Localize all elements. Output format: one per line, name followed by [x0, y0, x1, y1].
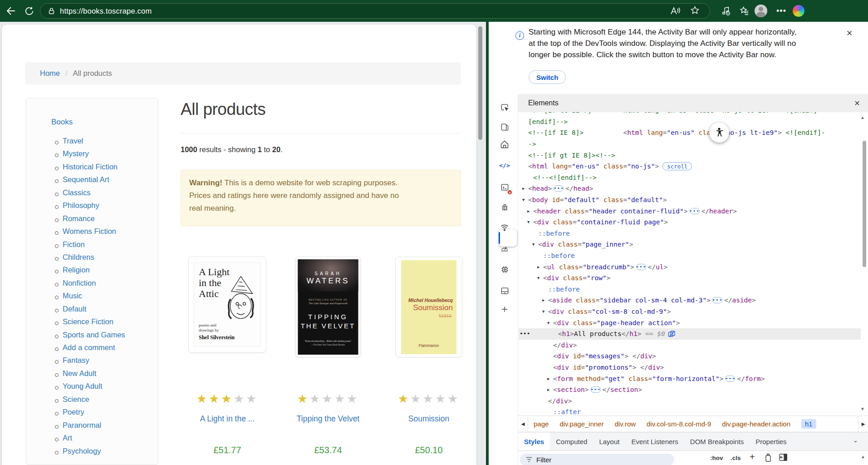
accessibility-person-icon[interactable]: [709, 123, 729, 143]
crumbs-scroll-right-icon[interactable]: ▶: [858, 416, 868, 432]
dom-crumb-div-row[interactable]: div.row: [615, 420, 636, 428]
product-title-link[interactable]: Tipping the Velvet: [297, 414, 359, 423]
category-link-sequential-art[interactable]: Sequential Art: [63, 175, 109, 183]
page-scrollbar-thumb[interactable]: [478, 26, 482, 140]
dom-crumb-div-page-header-action[interactable]: div.page-header.action: [722, 420, 790, 428]
notification-close-icon[interactable]: ✕: [843, 27, 855, 39]
console-tool-icon[interactable]: ✕: [499, 181, 510, 193]
product-image-3[interactable]: Michel Houellebecq Soumission ROMAN Flam…: [395, 257, 462, 357]
expand-arrow-icon[interactable]: ▶: [527, 209, 533, 213]
category-link-nonfiction[interactable]: Nonfiction: [63, 279, 96, 287]
inspect-element-icon[interactable]: [499, 101, 510, 113]
new-style-rule-button[interactable]: +: [750, 452, 755, 462]
tab-layout[interactable]: Layout: [593, 432, 625, 450]
category-link-sports-and-games[interactable]: Sports and Games: [63, 331, 125, 339]
category-link-travel[interactable]: Travel: [63, 137, 83, 145]
tree-scrollbar-up-icon[interactable]: ▲: [860, 115, 865, 120]
expand-arrow-icon[interactable]: ▶: [542, 298, 548, 302]
product-image-1[interactable]: A Lightin theAttic poems anddrawings by …: [188, 257, 266, 353]
category-link-womens-fiction[interactable]: Womens Fiction: [63, 227, 116, 235]
expand-arrow-icon[interactable]: ▼: [532, 242, 538, 247]
dom-tree-row[interactable]: ::before: [519, 284, 861, 295]
dom-tree-row[interactable]: <!--[if gt IE 8]><!-->: [519, 149, 861, 161]
elements-tool-icon[interactable]: </>: [499, 159, 510, 171]
dom-tree-row[interactable]: </div>: [519, 396, 861, 407]
settings-more-icon[interactable]: •••: [774, 4, 789, 18]
dom-tree-row[interactable]: ▼<div class="page-header action">: [519, 317, 861, 328]
tab-event-listeners[interactable]: Event Listeners: [625, 432, 684, 450]
back-icon[interactable]: [4, 4, 18, 18]
styles-filter-input[interactable]: Filter: [520, 454, 674, 465]
dom-crumb-page[interactable]: page: [534, 420, 549, 428]
media-controls-icon[interactable]: [719, 4, 733, 18]
product-title-link[interactable]: A Light in the ...: [200, 414, 255, 423]
dom-crumb-div-col-sm-8-col-md-9[interactable]: div.col-sm-8.col-md-9: [647, 420, 711, 428]
dom-tree-row[interactable]: [endif]-->: [519, 116, 861, 128]
memory-chip-icon[interactable]: [499, 263, 510, 275]
dom-crumb-div-page-inner[interactable]: div.page_inner: [559, 420, 603, 428]
dom-tree-row[interactable]: ▶<aside class="sidebar col-sm-4 col-md-3…: [519, 295, 861, 306]
category-link-fantasy[interactable]: Fantasy: [63, 356, 89, 364]
collapsed-content-icon[interactable]: •••: [591, 386, 601, 393]
dom-tree-row[interactable]: <!--[if IE 8]> <html lang="en-us" class=…: [519, 127, 861, 139]
dom-tree-row[interactable]: ▶<ul class="breadcrumb">•••</ul>: [519, 261, 861, 272]
dom-tree-row[interactable]: ::before: [519, 250, 861, 262]
category-link-childrens[interactable]: Childrens: [63, 253, 94, 261]
dom-tree-row[interactable]: <html lang="en-us" class="no-js">scroll: [519, 161, 861, 172]
sidebar-books-link[interactable]: Books: [51, 118, 73, 127]
expand-arrow-icon[interactable]: ▼: [527, 220, 533, 224]
tab-properties[interactable]: Properties: [750, 432, 792, 450]
read-aloud-icon[interactable]: [670, 6, 681, 16]
category-link-add-a-comment[interactable]: Add a comment: [63, 343, 115, 351]
tree-scrollbar-down-icon[interactable]: ▼: [860, 406, 865, 411]
category-link-religion[interactable]: Religion: [63, 266, 90, 274]
collapsed-content-icon[interactable]: •••: [725, 376, 735, 382]
expand-arrow-icon[interactable]: ▼: [547, 321, 553, 325]
dom-tree-row[interactable]: ::before: [519, 228, 861, 239]
expand-arrow-icon[interactable]: ▼: [522, 198, 528, 202]
application-storage-icon[interactable]: [499, 285, 510, 297]
rendering-jar-icon[interactable]: [765, 454, 772, 464]
category-link-historical-fiction[interactable]: Historical Fiction: [63, 163, 118, 171]
dom-tree-row[interactable]: <div id="promotions"> </div>: [519, 362, 861, 373]
dom-tree-row[interactable]: <!--<![endif]-->: [519, 172, 861, 183]
tab-dom-breakpoints[interactable]: DOM Breakpoints: [684, 432, 750, 450]
dom-tree-row[interactable]: <!--[if lt IE 7]> <html lang="en-us" cla…: [519, 112, 861, 116]
category-link-fiction[interactable]: Fiction: [63, 240, 85, 248]
address-bar[interactable]: https://books.toscrape.com: [40, 3, 710, 19]
expand-arrow-icon[interactable]: ▶: [547, 376, 553, 381]
category-link-romance[interactable]: Romance: [63, 214, 95, 223]
styles-scrollbar-up-icon[interactable]: ▲: [861, 454, 865, 459]
collapsed-content-icon[interactable]: •••: [690, 208, 700, 214]
category-link-science[interactable]: Science: [63, 395, 89, 403]
devtools-close-icon[interactable]: ✕: [853, 99, 862, 108]
dom-tree-row[interactable]: <div id="messages"> </div>: [519, 351, 861, 362]
device-emulation-icon[interactable]: [499, 121, 510, 133]
category-link-new-adult[interactable]: New Adult: [63, 369, 96, 377]
tab-computed[interactable]: Computed: [550, 432, 593, 450]
favorite-star-icon[interactable]: [690, 5, 700, 17]
tree-scrollbar-thumb[interactable]: [863, 141, 866, 267]
dom-crumb-h1[interactable]: h1: [801, 419, 816, 429]
crumbs-scroll-left-icon[interactable]: ◀: [518, 416, 528, 432]
dom-tree-row[interactable]: ▼<body id="default" class="default">: [519, 194, 861, 206]
toggle-element-state-button[interactable]: :hov: [710, 455, 723, 461]
category-link-young-adult[interactable]: Young Adult: [63, 382, 102, 390]
dom-tree-row[interactable]: ->: [519, 139, 861, 150]
computed-sidebar-icon[interactable]: [779, 454, 787, 463]
category-link-music[interactable]: Music: [63, 292, 82, 300]
dom-tree-row[interactable]: ▼<div class="col-sm-8 col-md-9">: [519, 306, 861, 317]
collapsed-content-icon[interactable]: •••: [712, 297, 722, 303]
breadcrumb-home-link[interactable]: Home: [40, 69, 60, 78]
dom-tree-row[interactable]: ▼<div class="container-fluid page">: [519, 217, 861, 228]
element-classes-button[interactable]: .cls: [731, 455, 741, 461]
tab-styles[interactable]: Styles: [518, 432, 550, 450]
copilot-icon[interactable]: [791, 4, 806, 18]
tabs-chevron-down-icon[interactable]: ⌄: [853, 437, 858, 444]
category-link-poetry[interactable]: Poetry: [63, 408, 84, 416]
dom-tree-row[interactable]: ::after: [519, 406, 861, 416]
expand-arrow-icon[interactable]: ▼: [537, 276, 543, 280]
expand-arrow-icon[interactable]: ▶: [522, 186, 528, 191]
debugger-bug-icon[interactable]: [499, 201, 510, 213]
refresh-icon[interactable]: [22, 4, 36, 18]
